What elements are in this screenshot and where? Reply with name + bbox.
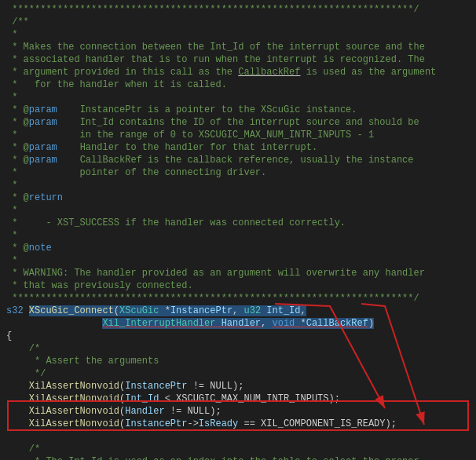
line: * @param Handler to the handler for that…: [0, 141, 476, 154]
line: *: [0, 254, 476, 267]
line: * @param InstancePtr is a pointer to the…: [0, 104, 476, 116]
code-line: XilAssertNonvoid(InstancePtr->IsReady ==…: [0, 418, 476, 430]
line: * - XST_SUCCESS if the handler was conne…: [0, 217, 476, 229]
line: /**: [0, 16, 476, 28]
comment-line: * The Int_Id is used as an index into th…: [0, 455, 476, 460]
comment-line: /*: [0, 443, 476, 455]
code-line: XilAssertNonvoid(Int_Id < XSCUGIC_MAX_NU…: [0, 392, 476, 405]
signature-line2: Xil_InterruptHandler Handler, void *Call…: [0, 317, 476, 330]
comment-line: /*: [0, 342, 476, 355]
line: ****************************************…: [0, 292, 476, 305]
line: * Makes the connection between the Int_I…: [0, 41, 476, 53]
code-container: ****************************************…: [0, 0, 476, 460]
line: *: [0, 179, 476, 192]
comment-line: */: [0, 367, 476, 380]
line: * in the range of 0 to XSCUGIC_MAX_NUM_I…: [0, 129, 476, 141]
line: * pointer of the connecting driver.: [0, 166, 476, 179]
line: *: [0, 28, 476, 41]
line: * that was previously connected.: [0, 279, 476, 292]
blank-line: [0, 430, 476, 443]
line: *: [0, 229, 476, 242]
line: * @note: [0, 242, 476, 254]
code-line: XilAssertNonvoid(Handler != NULL);: [0, 405, 476, 418]
line: * @return: [0, 192, 476, 204]
line: * for the handler when it is called.: [0, 78, 476, 91]
line: *: [0, 204, 476, 217]
signature-line: s32 XScuGic_Connect(XScuGic *InstancePtr…: [0, 305, 476, 317]
line: * @param CallBackRef is the callback ref…: [0, 154, 476, 166]
code-line: XilAssertNonvoid(InstancePtr != NULL);: [0, 380, 476, 392]
line: * argument provided in this call as the …: [0, 66, 476, 78]
line: * WARNING: The handler provided as an ar…: [0, 267, 476, 279]
open-brace: {: [0, 330, 476, 342]
line: * associated handler that is to run when…: [0, 53, 476, 66]
comment-line: * Assert the arguments: [0, 355, 476, 367]
line: *: [0, 91, 476, 104]
line: ****************************************…: [0, 3, 476, 16]
line: * @param Int_Id contains the ID of the i…: [0, 116, 476, 129]
